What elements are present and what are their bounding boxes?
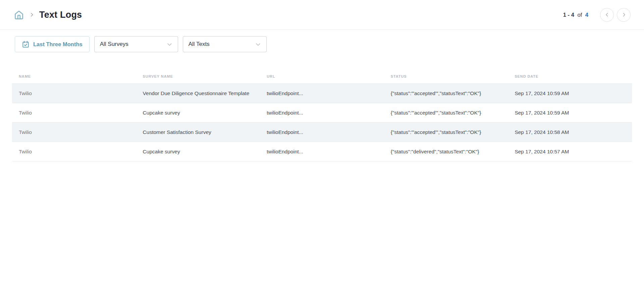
home-icon <box>13 9 24 20</box>
cell-name: Twilio <box>12 103 136 123</box>
text-filter-dropdown[interactable]: All Texts <box>183 36 267 52</box>
cell-send-date: Sep 17, 2024 10:59 AM <box>508 84 632 103</box>
cell-name: Twilio <box>12 84 136 103</box>
date-range-filter-button[interactable]: Last Three Months <box>15 36 90 52</box>
column-header-send-date: SEND DATE <box>508 68 632 84</box>
cell-survey-name: Vendor Due Diligence Questionnaire Templ… <box>136 84 260 103</box>
cell-status: {"status":"'accepted'","statusText":"OK"… <box>384 84 508 103</box>
cell-status: {"status":"'accepted'","statusText":"OK"… <box>384 103 508 123</box>
cell-url: twilioEndpoint... <box>260 123 384 142</box>
table-row[interactable]: Twilio Customer Satisfaction Survey twil… <box>12 123 632 142</box>
pagination-range: 1 - 4 <box>563 12 574 18</box>
pagination-total-link[interactable]: 4 <box>585 12 588 18</box>
text-logs-table: NAME SURVEY NAME URL STATUS SEND DATE Tw… <box>12 68 632 161</box>
cell-status: {"status":"delivered","statusText":"OK"} <box>384 142 508 161</box>
text-filter-value: All Texts <box>189 41 210 48</box>
cell-url: twilioEndpoint... <box>260 84 384 103</box>
breadcrumb: Text Logs <box>13 9 82 20</box>
table-row[interactable]: Twilio Cupcake survey twilioEndpoint... … <box>12 103 632 123</box>
home-button[interactable] <box>13 9 24 20</box>
cell-survey-name: Cupcake survey <box>136 103 260 123</box>
column-header-status: STATUS <box>384 68 508 84</box>
table-row[interactable]: Twilio Vendor Due Diligence Questionnair… <box>12 84 632 103</box>
previous-page-button[interactable] <box>600 8 614 22</box>
cell-url: twilioEndpoint... <box>260 103 384 123</box>
column-header-url: URL <box>260 68 384 84</box>
survey-filter-dropdown[interactable]: All Surveys <box>94 36 178 52</box>
table-header-row: NAME SURVEY NAME URL STATUS SEND DATE <box>12 68 632 84</box>
column-header-name: NAME <box>12 68 136 84</box>
top-header-bar: Text Logs 1 - 4 of 4 <box>0 0 644 30</box>
cell-url: twilioEndpoint... <box>260 142 384 161</box>
chevron-right-icon <box>621 12 627 18</box>
cell-survey-name: Customer Satisfaction Survey <box>136 123 260 142</box>
filter-bar: Last Three Months All Surveys All Texts <box>0 36 644 52</box>
cell-status: {"status":"'accepted'","statusText":"OK"… <box>384 123 508 142</box>
chevron-left-icon <box>604 12 610 18</box>
cell-name: Twilio <box>12 142 136 161</box>
page-title: Text Logs <box>39 10 82 20</box>
table-row[interactable]: Twilio Cupcake survey twilioEndpoint... … <box>12 142 632 161</box>
breadcrumb-chevron-icon <box>29 12 35 17</box>
next-page-button[interactable] <box>617 8 631 22</box>
cell-name: Twilio <box>12 123 136 142</box>
cell-send-date: Sep 17, 2024 10:57 AM <box>508 142 632 161</box>
cell-send-date: Sep 17, 2024 10:59 AM <box>508 103 632 123</box>
calendar-check-icon <box>22 41 30 48</box>
cell-send-date: Sep 17, 2024 10:58 AM <box>508 123 632 142</box>
cell-survey-name: Cupcake survey <box>136 142 260 161</box>
date-range-filter-label: Last Three Months <box>33 41 83 48</box>
pagination-text: 1 - 4 of 4 <box>563 12 588 18</box>
chevron-down-icon <box>166 41 173 48</box>
pagination-of-label: of <box>577 12 582 18</box>
column-header-survey-name: SURVEY NAME <box>136 68 260 84</box>
pagination: 1 - 4 of 4 <box>563 8 631 22</box>
chevron-down-icon <box>255 41 262 48</box>
table-body: Twilio Vendor Due Diligence Questionnair… <box>12 84 632 161</box>
survey-filter-value: All Surveys <box>100 41 128 48</box>
